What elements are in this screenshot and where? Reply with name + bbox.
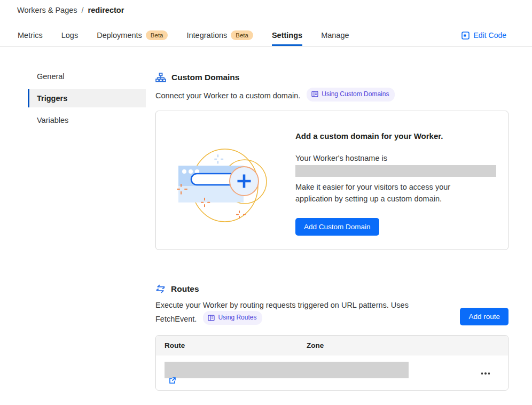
breadcrumb: Workers & Pages / redirector (17, 6, 124, 14)
tab-settings[interactable]: Settings (272, 25, 302, 46)
table-row (156, 355, 508, 390)
redacted-hostname-value (295, 165, 496, 177)
swap-arrows-icon (155, 284, 166, 293)
sidebar-item-triggers[interactable]: Triggers (28, 89, 146, 107)
section-title-text: Custom Domains (171, 73, 239, 82)
sidebar-item-variables[interactable]: Variables (28, 111, 146, 129)
external-link-icon[interactable] (169, 377, 176, 384)
tab-manage[interactable]: Manage (321, 25, 349, 46)
sitemap-icon (155, 73, 166, 82)
hostname-label: Your Worker's hostname is (295, 154, 496, 162)
custom-domains-description: Connect your Worker to a custom domain. … (155, 88, 508, 102)
tab-bar: Metrics Logs Deployments Beta Integratio… (0, 25, 532, 46)
card-body-text: Make it easier for your visitors to acce… (295, 181, 474, 205)
main-content: Custom Domains Connect your Worker to a … (155, 66, 508, 391)
add-route-button[interactable]: Add route (460, 308, 508, 325)
tab-metrics[interactable]: Metrics (18, 25, 43, 46)
docs-book-icon (311, 91, 318, 97)
settings-sidebar: General Triggers Variables (28, 67, 146, 133)
custom-domain-illustration (156, 111, 295, 250)
using-routes-link[interactable]: Using Routes (203, 311, 262, 325)
column-header-zone: Zone (307, 341, 470, 349)
beta-badge: Beta (231, 30, 253, 41)
routes-table-header: Route Zone (156, 336, 508, 355)
routes-description: Execute your Worker by routing requests … (155, 299, 447, 325)
custom-domains-header: Custom Domains (155, 73, 508, 82)
card-heading: Add a custom domain for your Worker. (295, 131, 496, 141)
browser-plus-illustration (170, 140, 282, 231)
tab-deployments[interactable]: Deployments Beta (97, 25, 168, 46)
custom-domain-card: Add a custom domain for your Worker. You… (155, 111, 508, 250)
code-editor-icon (461, 32, 470, 40)
breadcrumb-current-worker: redirector (88, 6, 124, 14)
routes-section: Routes Execute your Worker by routing re… (155, 284, 508, 391)
breadcrumb-workers-pages[interactable]: Workers & Pages (17, 6, 77, 14)
using-custom-domains-link[interactable]: Using Custom Domains (307, 88, 395, 102)
routes-table: Route Zone (155, 335, 508, 391)
docs-book-icon (208, 315, 215, 321)
tab-integrations[interactable]: Integrations Beta (186, 25, 253, 46)
redacted-route-and-zone (165, 362, 409, 378)
breadcrumb-separator: / (82, 6, 84, 14)
sidebar-item-general[interactable]: General (28, 67, 146, 85)
custom-domain-card-content: Add a custom domain for your Worker. You… (295, 111, 508, 250)
routes-header: Routes (155, 284, 508, 294)
beta-badge: Beta (146, 30, 168, 41)
edit-code-button[interactable]: Edit Code (461, 25, 506, 46)
add-custom-domain-button[interactable]: Add Custom Domain (295, 218, 379, 236)
row-actions-menu-icon[interactable] (479, 370, 492, 377)
tab-logs[interactable]: Logs (61, 25, 78, 46)
column-header-route: Route (156, 341, 307, 349)
section-title-text: Routes (171, 284, 199, 294)
